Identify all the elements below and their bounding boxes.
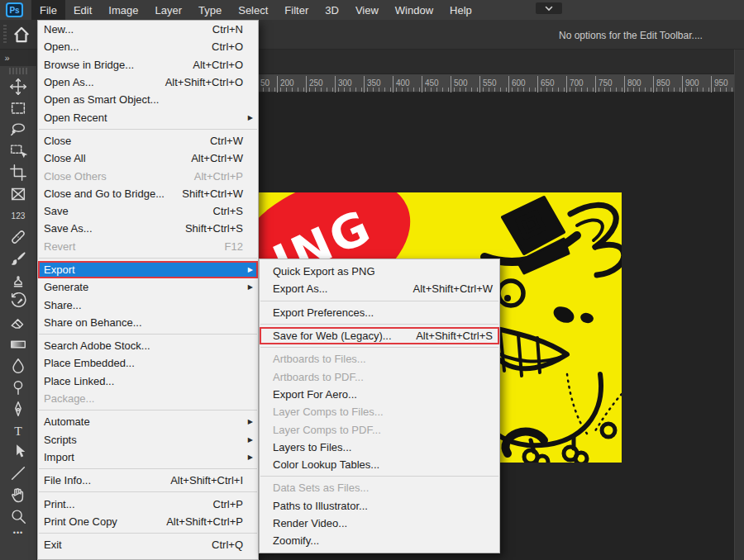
file-menu-item-close-and-go-to-bridge[interactable]: Close and Go to Bridge...Shift+Ctrl+W bbox=[38, 185, 258, 202]
file-menu-item-open-recent[interactable]: Open Recent▶ bbox=[38, 108, 258, 126]
menu-item-label: Place Linked... bbox=[44, 375, 243, 387]
menu-item-shortcut: Ctrl+W bbox=[210, 135, 243, 147]
menu-layer[interactable]: Layer bbox=[147, 0, 191, 20]
menu-item-label: Import bbox=[44, 451, 243, 463]
type-icon: T bbox=[9, 421, 27, 439]
export-submenu-item-quick-export-as-png[interactable]: Quick Export as PNG bbox=[260, 263, 499, 280]
export-submenu-item-data-sets-as-files[interactable]: Data Sets as Files... bbox=[260, 479, 499, 496]
line-tool[interactable] bbox=[7, 463, 29, 484]
export-submenu-item-layer-comps-to-pdf[interactable]: Layer Comps to PDF... bbox=[260, 420, 499, 438]
clone-stamp-tool[interactable] bbox=[7, 269, 29, 291]
eraser-tool[interactable] bbox=[7, 312, 29, 334]
move-tool[interactable] bbox=[7, 76, 29, 97]
menu-separator bbox=[260, 301, 498, 301]
export-submenu-item-artboards-to-pdf[interactable]: Artboards to PDF... bbox=[260, 368, 499, 385]
file-menu-item-share-on-behance[interactable]: Share on Behance... bbox=[38, 314, 258, 331]
workspace-chevron-button[interactable] bbox=[536, 2, 562, 14]
crop-tool[interactable] bbox=[7, 162, 29, 183]
menu-separator bbox=[39, 468, 257, 469]
file-menu-item-scripts[interactable]: Scripts▶ bbox=[38, 431, 258, 448]
menu-item-label: Export bbox=[44, 263, 243, 276]
file-menu-item-export[interactable]: Export▶ bbox=[38, 261, 258, 278]
menu-view[interactable]: View bbox=[347, 0, 387, 20]
zoom-icon bbox=[9, 507, 27, 525]
menu-image[interactable]: Image bbox=[100, 0, 146, 20]
menu-filter[interactable]: Filter bbox=[276, 0, 317, 20]
brush-tool[interactable] bbox=[7, 248, 29, 269]
export-submenu-item-zoomify[interactable]: Zoomify... bbox=[260, 532, 499, 549]
file-menu-item-close[interactable]: CloseCtrl+W bbox=[38, 132, 258, 149]
ruler-label: 600 bbox=[508, 76, 526, 93]
export-submenu-item-layer-comps-to-files[interactable]: Layer Comps to Files... bbox=[260, 403, 499, 420]
menu-edit[interactable]: Edit bbox=[65, 0, 100, 20]
menu-bar-items: FileEditImageLayerTypeSelectFilter3DView… bbox=[31, 0, 480, 20]
file-menu-item-search-adobe-stock[interactable]: Search Adobe Stock... bbox=[38, 337, 258, 354]
count-tool[interactable]: 123 bbox=[7, 205, 29, 226]
menu-help[interactable]: Help bbox=[441, 0, 480, 20]
file-menu-item-save-as[interactable]: Save As...Shift+Ctrl+S bbox=[38, 220, 258, 237]
history-brush-tool[interactable] bbox=[7, 291, 29, 312]
file-menu-item-open-as[interactable]: Open As...Alt+Shift+Ctrl+O bbox=[38, 74, 258, 91]
export-submenu-item-export-preferences[interactable]: Export Preferences... bbox=[260, 304, 499, 321]
menu-select[interactable]: Select bbox=[230, 0, 276, 20]
file-menu-item-automate[interactable]: Automate▶ bbox=[38, 413, 258, 430]
menu-type[interactable]: Type bbox=[190, 0, 230, 20]
menu-window[interactable]: Window bbox=[387, 0, 441, 20]
lasso-tool[interactable] bbox=[7, 119, 29, 140]
file-menu-item-new[interactable]: New...Ctrl+N bbox=[38, 21, 258, 38]
file-menu-item-open[interactable]: Open...Ctrl+O bbox=[38, 38, 258, 55]
menu-item-shortcut: Shift+Ctrl+S bbox=[185, 222, 243, 235]
menu-item-label: Layer Comps to PDF... bbox=[273, 424, 493, 436]
spot-healing-brush-tool[interactable] bbox=[7, 226, 29, 248]
collapse-toolbox-button[interactable]: » bbox=[0, 50, 37, 66]
file-menu-item-file-info[interactable]: File Info...Alt+Shift+Ctrl+I bbox=[38, 472, 258, 489]
menu-item-label: Export For Aero... bbox=[273, 388, 493, 401]
type-tool[interactable]: T bbox=[7, 420, 29, 441]
file-menu-item-place-linked[interactable]: Place Linked... bbox=[38, 373, 258, 390]
export-submenu-item-paths-to-illustrator[interactable]: Paths to Illustrator... bbox=[260, 497, 499, 515]
edit-toolbar-button[interactable]: ••• bbox=[13, 529, 23, 537]
gradient-tool[interactable] bbox=[7, 334, 29, 355]
file-menu-item-share[interactable]: Share... bbox=[38, 296, 258, 313]
home-button[interactable] bbox=[11, 24, 32, 45]
file-menu-item-open-as-smart-object[interactable]: Open as Smart Object... bbox=[38, 91, 258, 108]
file-menu-item-revert[interactable]: RevertF12 bbox=[38, 238, 258, 255]
zoom-tool[interactable] bbox=[7, 505, 29, 527]
ruler-label: 250 bbox=[306, 76, 323, 93]
export-submenu-item-artboards-to-files[interactable]: Artboards to Files... bbox=[260, 350, 499, 368]
rectangular-marquee-tool[interactable] bbox=[7, 97, 29, 119]
blur-tool[interactable] bbox=[7, 355, 29, 377]
export-submenu-item-color-lookup-tables[interactable]: Color Lookup Tables... bbox=[260, 456, 499, 473]
file-menu-item-print-one-copy[interactable]: Print One CopyAlt+Shift+Ctrl+P bbox=[38, 513, 258, 530]
export-submenu-item-export-for-aero[interactable]: Export For Aero... bbox=[260, 386, 499, 403]
pen-tool[interactable] bbox=[7, 398, 29, 420]
file-menu-item-save[interactable]: SaveCtrl+S bbox=[38, 202, 258, 220]
export-submenu-item-render-video[interactable]: Render Video... bbox=[260, 515, 499, 532]
menu-3d[interactable]: 3D bbox=[317, 0, 347, 20]
file-menu-item-close-all[interactable]: Close AllAlt+Ctrl+W bbox=[38, 149, 258, 167]
brush-icon bbox=[9, 249, 27, 268]
crop-icon bbox=[9, 164, 27, 182]
export-submenu-item-layers-to-files[interactable]: Layers to Files... bbox=[260, 439, 499, 456]
file-menu-item-place-embedded[interactable]: Place Embedded... bbox=[38, 354, 258, 372]
file-menu-item-browse-in-bridge[interactable]: Browse in Bridge...Alt+Ctrl+O bbox=[38, 56, 258, 74]
export-submenu-item-export-as[interactable]: Export As...Alt+Shift+Ctrl+W bbox=[260, 280, 499, 297]
hand-tool[interactable] bbox=[7, 484, 29, 505]
path-selection-tool[interactable] bbox=[7, 441, 29, 463]
file-menu-item-package[interactable]: Package... bbox=[38, 390, 258, 407]
object-selection-tool[interactable] bbox=[7, 140, 29, 162]
menu-item-label: Paths to Illustrator... bbox=[273, 500, 493, 512]
file-menu-item-generate[interactable]: Generate▶ bbox=[38, 278, 258, 296]
menu-file[interactable]: File bbox=[31, 0, 65, 20]
frame-tool[interactable] bbox=[7, 183, 29, 205]
file-menu-item-print[interactable]: Print...Ctrl+P bbox=[38, 495, 258, 512]
file-menu-item-exit[interactable]: ExitCtrl+Q bbox=[38, 536, 258, 553]
menu-item-label: Revert bbox=[44, 240, 225, 253]
dodge-tool[interactable] bbox=[7, 377, 29, 398]
lasso-icon bbox=[9, 121, 27, 139]
file-menu-item-close-others[interactable]: Close OthersAlt+Ctrl+P bbox=[38, 167, 258, 184]
menu-item-label: Print One Copy bbox=[44, 515, 166, 528]
file-menu-item-import[interactable]: Import▶ bbox=[38, 448, 258, 466]
menu-item-label: Print... bbox=[44, 498, 213, 510]
export-submenu-item-save-for-web-legacy[interactable]: Save for Web (Legacy)...Alt+Shift+Ctrl+S bbox=[260, 327, 499, 344]
